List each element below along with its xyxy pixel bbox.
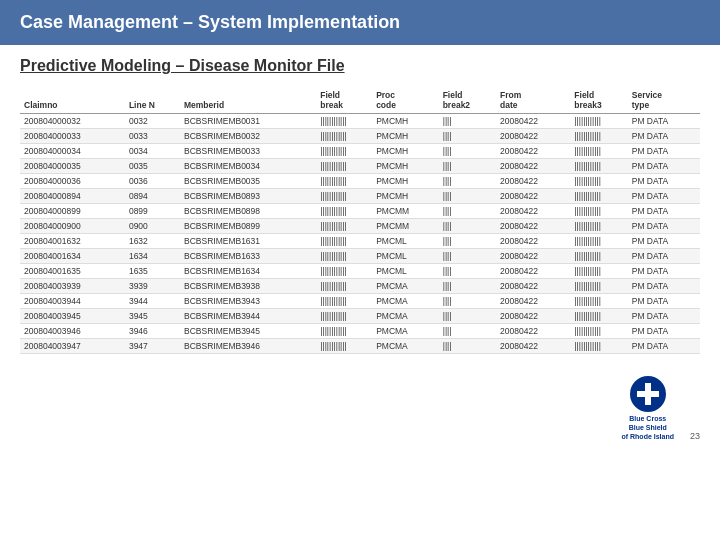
table-row: 2008040016321632BCBSRIMEMB1631||||||||||… [20, 234, 700, 249]
bcbs-line3: of Rhode Island [621, 432, 674, 441]
cell-7: |||||||||||| [570, 174, 627, 189]
cell-8: PM DATA [628, 144, 700, 159]
cell-6: 20080422 [496, 114, 570, 129]
cell-0: 200804000036 [20, 174, 125, 189]
cell-5: |||| [439, 339, 496, 354]
cell-1: 0033 [125, 129, 180, 144]
cell-4: PMCMH [372, 144, 439, 159]
cell-1: 3945 [125, 309, 180, 324]
cell-4: PMCMA [372, 279, 439, 294]
cell-3: |||||||||||| [316, 219, 372, 234]
cell-7: |||||||||||| [570, 264, 627, 279]
cell-8: PM DATA [628, 204, 700, 219]
cell-2: BCBSRIMEMB0034 [180, 159, 316, 174]
cell-3: |||||||||||| [316, 114, 372, 129]
cell-1: 0036 [125, 174, 180, 189]
cell-8: PM DATA [628, 159, 700, 174]
cell-5: |||| [439, 324, 496, 339]
cell-1: 1634 [125, 249, 180, 264]
table-row: 2008040009000900BCBSRIMEMB0899||||||||||… [20, 219, 700, 234]
cell-3: |||||||||||| [316, 309, 372, 324]
cell-5: |||| [439, 294, 496, 309]
cell-1: 3947 [125, 339, 180, 354]
cell-0: 200804000033 [20, 129, 125, 144]
table-row: 2008040039443944BCBSRIMEMB3943||||||||||… [20, 294, 700, 309]
cell-0: 200804000900 [20, 219, 125, 234]
cell-3: |||||||||||| [316, 264, 372, 279]
cell-4: PMCMH [372, 114, 439, 129]
footer: Blue Cross Blue Shield of Rhode Island 2… [0, 370, 720, 447]
cell-4: PMCMH [372, 189, 439, 204]
bcbs-logo-mark [630, 376, 666, 412]
svg-rect-1 [637, 391, 659, 397]
cell-0: 200804003947 [20, 339, 125, 354]
table-row: 2008040016351635BCBSRIMEMB1634||||||||||… [20, 264, 700, 279]
cell-2: BCBSRIMEMB1634 [180, 264, 316, 279]
col-fieldbreak: Fieldbreak [316, 87, 372, 114]
cell-2: BCBSRIMEMB0899 [180, 219, 316, 234]
cell-2: BCBSRIMEMB3945 [180, 324, 316, 339]
cell-5: |||| [439, 204, 496, 219]
cell-4: PMCMH [372, 174, 439, 189]
bcbs-text: Blue Cross Blue Shield of Rhode Island [621, 414, 674, 441]
table-header-row: Claimno Line N Memberid Fieldbreak Procc… [20, 87, 700, 114]
cell-1: 3939 [125, 279, 180, 294]
cell-4: PMCML [372, 264, 439, 279]
cell-2: BCBSRIMEMB0032 [180, 129, 316, 144]
cell-0: 200804000034 [20, 144, 125, 159]
bcbs-logo: Blue Cross Blue Shield of Rhode Island [621, 376, 674, 441]
cell-1: 1635 [125, 264, 180, 279]
cell-5: |||| [439, 219, 496, 234]
cell-0: 200804000032 [20, 114, 125, 129]
table-row: 2008040039463946BCBSRIMEMB3945||||||||||… [20, 324, 700, 339]
cell-8: PM DATA [628, 219, 700, 234]
page-number: 23 [690, 431, 700, 441]
cell-6: 20080422 [496, 264, 570, 279]
cell-0: 200804003944 [20, 294, 125, 309]
cell-6: 20080422 [496, 144, 570, 159]
cell-1: 3946 [125, 324, 180, 339]
cell-2: BCBSRIMEMB3938 [180, 279, 316, 294]
cell-5: |||| [439, 309, 496, 324]
cell-8: PM DATA [628, 174, 700, 189]
cell-1: 0034 [125, 144, 180, 159]
cell-0: 200804003945 [20, 309, 125, 324]
cell-6: 20080422 [496, 234, 570, 249]
cell-8: PM DATA [628, 114, 700, 129]
cell-1: 0900 [125, 219, 180, 234]
subtitle: Predictive Modeling – Disease Monitor Fi… [20, 57, 700, 75]
cell-0: 200804001634 [20, 249, 125, 264]
cell-2: BCBSRIMEMB1633 [180, 249, 316, 264]
logo-area: Blue Cross Blue Shield of Rhode Island 2… [621, 376, 700, 441]
cell-2: BCBSRIMEMB3946 [180, 339, 316, 354]
table-row: 2008040039453945BCBSRIMEMB3944||||||||||… [20, 309, 700, 324]
table-row: 2008040039393939BCBSRIMEMB3938||||||||||… [20, 279, 700, 294]
table-row: 2008040000360036BCBSRIMEMB0035||||||||||… [20, 174, 700, 189]
cell-6: 20080422 [496, 249, 570, 264]
cell-5: |||| [439, 129, 496, 144]
cell-5: |||| [439, 159, 496, 174]
cell-3: |||||||||||| [316, 279, 372, 294]
cell-4: PMCMM [372, 219, 439, 234]
cell-7: |||||||||||| [570, 144, 627, 159]
cell-3: |||||||||||| [316, 129, 372, 144]
cell-4: PMCMH [372, 159, 439, 174]
header-title: Case Management – System Implementation [20, 12, 400, 32]
data-table: Claimno Line N Memberid Fieldbreak Procc… [20, 87, 700, 354]
cell-3: |||||||||||| [316, 204, 372, 219]
table-row: 2008040039473947BCBSRIMEMB3946||||||||||… [20, 339, 700, 354]
cell-6: 20080422 [496, 219, 570, 234]
cell-4: PMCMA [372, 309, 439, 324]
table-body: 2008040000320032BCBSRIMEMB0031||||||||||… [20, 114, 700, 354]
cell-3: |||||||||||| [316, 324, 372, 339]
col-proccode: Proccode [372, 87, 439, 114]
table-row: 2008040016341634BCBSRIMEMB1633||||||||||… [20, 249, 700, 264]
table-row: 2008040000330033BCBSRIMEMB0032||||||||||… [20, 129, 700, 144]
cell-4: PMCMA [372, 324, 439, 339]
cell-0: 200804001635 [20, 264, 125, 279]
cell-1: 0894 [125, 189, 180, 204]
col-fromdate: Fromdate [496, 87, 570, 114]
cell-8: PM DATA [628, 309, 700, 324]
cell-2: BCBSRIMEMB0898 [180, 204, 316, 219]
cell-4: PMCMA [372, 294, 439, 309]
